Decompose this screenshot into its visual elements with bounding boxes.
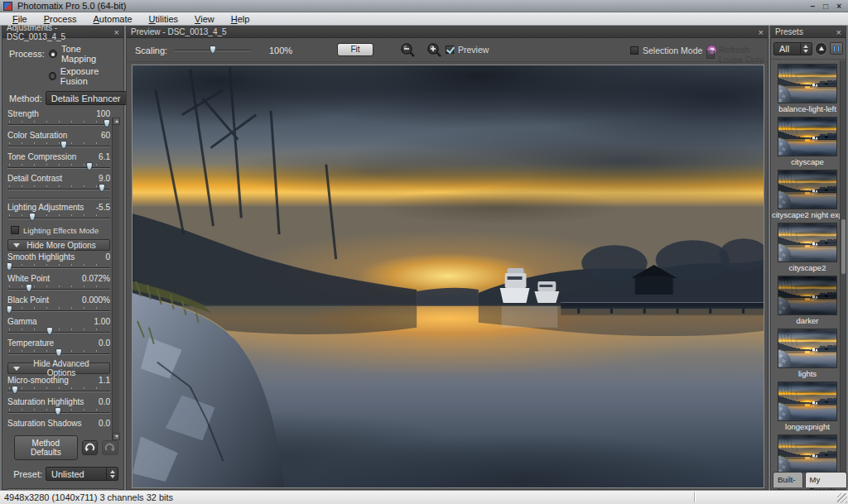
- column-view-toggle[interactable]: [830, 42, 843, 55]
- close-icon[interactable]: ×: [759, 28, 764, 36]
- slider-gamma: Gamma1.00: [7, 317, 110, 338]
- slider-thumb[interactable]: [55, 429, 61, 430]
- slider-track[interactable]: [7, 119, 110, 127]
- presets-scrollbar[interactable]: [840, 60, 846, 473]
- adjustments-scrollbar[interactable]: [112, 118, 119, 440]
- method-defaults-button[interactable]: Method Defaults: [14, 435, 78, 460]
- fit-button[interactable]: Fit: [337, 43, 373, 56]
- slider-thumb[interactable]: [7, 305, 12, 314]
- menu-item-view[interactable]: View: [187, 13, 222, 25]
- exposure-fusion-radio[interactable]: [49, 72, 56, 80]
- window-title: Photomatix Pro 5.0 (64-bit): [17, 1, 126, 11]
- method-dropdown[interactable]: Details Enhancer: [46, 91, 138, 105]
- slider-thumb[interactable]: [55, 407, 61, 415]
- spinner-icon[interactable]: [106, 468, 118, 480]
- preset-thumbnail[interactable]: [778, 117, 837, 156]
- presets-filter-dropdown[interactable]: All: [773, 42, 812, 55]
- scroll-up-icon[interactable]: [113, 118, 120, 125]
- preset-item[interactable]: darker: [773, 276, 842, 325]
- preset-item[interactable]: cityscape2 night exp: [773, 170, 842, 219]
- slider-track[interactable]: [7, 141, 110, 149]
- selection-mode-checkbox[interactable]: Selection Mode ?: [630, 45, 717, 55]
- slider-thumb[interactable]: [7, 262, 12, 271]
- title-bar: Photomatix Pro 5.0 (64-bit) – □ ×: [0, 0, 848, 12]
- preset-item[interactable]: balance-light-left: [773, 64, 842, 113]
- checkbox-checked-icon[interactable]: [446, 46, 454, 54]
- preset-thumbnail[interactable]: [778, 329, 837, 368]
- preset-item[interactable]: cityscape2: [773, 223, 842, 272]
- menu-item-help[interactable]: Help: [224, 13, 258, 25]
- preset-thumbnail[interactable]: [778, 170, 837, 209]
- scene-overlay: [778, 170, 836, 209]
- slider-thumb[interactable]: [99, 184, 105, 192]
- preview-panel: Preview - DSC_0013_4_5 × Scaling: 100% F…: [126, 26, 768, 490]
- slider-thumb[interactable]: [55, 348, 62, 357]
- slider-thumb[interactable]: [29, 213, 36, 221]
- presets-filter-value: All: [774, 44, 800, 54]
- hide-advanced-options-button[interactable]: Hide Advanced Options: [7, 362, 110, 374]
- slider-track[interactable]: [7, 327, 110, 335]
- slider-track[interactable]: [7, 305, 110, 314]
- preset-thumbnail[interactable]: [778, 434, 837, 473]
- refresh-loupe-checkbox[interactable]: Refresh Loupe Only: [706, 45, 768, 65]
- close-button[interactable]: ×: [836, 2, 841, 11]
- checkbox-icon[interactable]: [630, 46, 638, 55]
- preset-thumbnail[interactable]: [778, 223, 837, 262]
- preset-thumbnail[interactable]: [778, 382, 837, 421]
- zoom-out-icon[interactable]: [400, 42, 417, 59]
- checkbox-icon: [706, 50, 715, 59]
- scroll-down-icon[interactable]: [113, 433, 120, 440]
- tab-my-presets[interactable]: My Presets: [805, 472, 847, 487]
- preset-item[interactable]: lights: [773, 329, 842, 378]
- slider-thumb[interactable]: [12, 386, 18, 394]
- preset-item[interactable]: [773, 434, 842, 473]
- preset-item[interactable]: cityscape: [773, 117, 842, 166]
- slider-thumb[interactable]: [26, 284, 32, 292]
- preset-thumbnail[interactable]: [778, 276, 837, 315]
- slider-track[interactable]: [7, 407, 110, 415]
- preset-dropdown[interactable]: Unlisted: [46, 467, 118, 481]
- preset-thumbnail[interactable]: [778, 64, 837, 103]
- slider-value: 9.0: [99, 174, 110, 184]
- slider-value: 6.1: [99, 152, 110, 162]
- undo-icon[interactable]: [82, 440, 99, 455]
- preset-label: cityscape2: [789, 263, 826, 272]
- menu-item-utilities[interactable]: Utilities: [142, 13, 186, 25]
- preset-label: lights: [798, 369, 817, 378]
- scaling-slider-thumb[interactable]: [210, 46, 216, 54]
- zoom-in-icon[interactable]: [426, 42, 443, 59]
- hide-more-options-button[interactable]: Hide More Options: [7, 239, 110, 251]
- refresh-button[interactable]: [815, 42, 828, 55]
- close-icon[interactable]: ×: [114, 28, 119, 36]
- tone-mapping-radio[interactable]: [49, 50, 57, 58]
- slider-track[interactable]: [7, 262, 110, 271]
- slider-track[interactable]: [7, 348, 110, 357]
- preview-checkbox[interactable]: Preview: [446, 45, 489, 55]
- redo-icon[interactable]: [102, 440, 118, 455]
- preview-image[interactable]: [132, 65, 764, 488]
- slider-track[interactable]: [7, 213, 110, 221]
- spinner-icon[interactable]: [800, 43, 812, 55]
- scaling-slider[interactable]: [175, 49, 251, 51]
- preset-item[interactable]: longexpnight: [773, 382, 842, 431]
- scrollbar-thumb[interactable]: [841, 219, 846, 274]
- maximize-button[interactable]: □: [823, 2, 828, 11]
- minimize-button[interactable]: –: [811, 2, 816, 11]
- slider-track[interactable]: [7, 284, 110, 292]
- slider-track[interactable]: [7, 386, 110, 394]
- slider-thumb[interactable]: [104, 119, 110, 127]
- slider-track[interactable]: [7, 429, 110, 430]
- slider-track[interactable]: [7, 184, 110, 192]
- slider-thumb[interactable]: [60, 141, 67, 149]
- scene-overlay: [132, 65, 764, 487]
- checkbox-icon[interactable]: [11, 226, 19, 234]
- tab-built-in[interactable]: Built-In: [773, 472, 803, 487]
- slider-thumb[interactable]: [86, 162, 93, 170]
- resize-grip-icon[interactable]: [837, 493, 847, 503]
- slider-thumb[interactable]: [46, 327, 53, 335]
- slider-white-point: White Point0.072%: [7, 274, 110, 295]
- slider-smooth-highlights: Smooth Highlights0: [7, 252, 110, 273]
- slider-track[interactable]: [7, 162, 110, 170]
- close-icon[interactable]: ×: [836, 28, 841, 36]
- lighting-effects-checkbox[interactable]: Lighting Effects Mode: [11, 224, 110, 236]
